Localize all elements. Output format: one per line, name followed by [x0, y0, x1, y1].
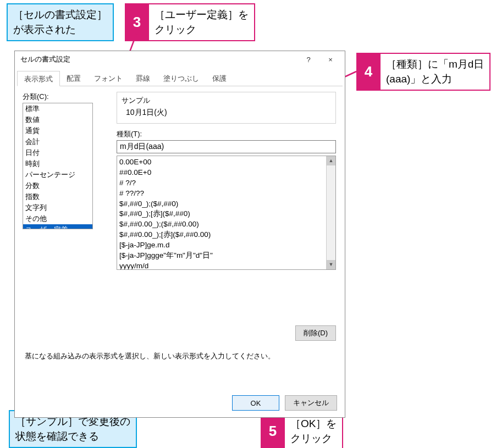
list-item[interactable]: [$-ja-JP]ge.m.d [119, 240, 333, 251]
tab-bar: 表示形式 配置 フォント 罫線 塗りつぶし 保護 [17, 71, 343, 86]
delete-button[interactable]: 削除(D) [295, 325, 336, 341]
list-item[interactable]: yyyy/m/d [119, 261, 333, 270]
list-item[interactable]: ##0.0E+0 [119, 168, 333, 178]
list-item[interactable]: $#,##0.00_);($#,##0.00) [119, 219, 333, 230]
help-button[interactable]: ? [297, 51, 319, 68]
list-item[interactable]: 会計 [23, 136, 92, 147]
list-item[interactable]: $#,##0.00_);[赤]($#,##0.00) [119, 230, 333, 240]
tab-protection[interactable]: 保護 [206, 71, 233, 86]
scroll-down-icon[interactable]: ▼ [327, 260, 335, 269]
list-item[interactable]: 通貨 [23, 125, 92, 136]
ok-button[interactable]: OK [232, 395, 279, 411]
tab-fill[interactable]: 塗りつぶし [157, 71, 206, 86]
dialog-title: セルの書式設定 [18, 54, 297, 64]
list-item[interactable]: 日付 [23, 147, 92, 158]
hint-text: 基になる組み込みの表示形式を選択し、新しい表示形式を入力してください。 [25, 351, 275, 361]
list-item[interactable]: 指数 [23, 191, 92, 202]
type-input[interactable] [117, 140, 336, 153]
list-item[interactable]: 時刻 [23, 158, 92, 169]
sample-label: サンプル [122, 96, 331, 106]
list-item-user-defined[interactable]: ユーザー定義 [23, 224, 92, 229]
titlebar: セルの書式設定 ? × [15, 51, 345, 68]
callout-step-4: ［種類］に「m月d日 (aaa)」と入力 [381, 53, 491, 91]
list-item[interactable]: 文字列 [23, 202, 92, 213]
list-item[interactable]: 0.00E+00 [119, 157, 333, 168]
callout-info-dialog-shown: ［セルの書式設定］ が表示された [7, 3, 114, 41]
tab-number-format[interactable]: 表示形式 [17, 71, 60, 86]
list-item[interactable]: 標準 [23, 103, 92, 114]
type-label: 種類(T): [117, 129, 336, 139]
step-number-3: 3 [125, 3, 149, 41]
scrollbar[interactable]: ▲ ▼ [326, 156, 335, 269]
list-item[interactable]: 分数 [23, 180, 92, 191]
close-button[interactable]: × [319, 51, 341, 68]
sample-box: サンプル 10月1日(火) [117, 92, 336, 124]
category-list[interactable]: 標準 数値 通貨 会計 日付 時刻 パーセンテージ 分数 指数 文字列 その他 … [23, 103, 93, 229]
cancel-button[interactable]: キャンセル [285, 395, 337, 411]
list-item[interactable]: $#,##0_);($#,##0) [119, 199, 333, 209]
list-item[interactable]: 数値 [23, 114, 92, 125]
tab-border[interactable]: 罫線 [129, 71, 157, 86]
list-item[interactable]: $#,##0_);[赤]($#,##0) [119, 209, 333, 219]
list-item[interactable]: [$-ja-JP]ggge"年"m"月"d"日" [119, 251, 333, 261]
format-list[interactable]: 0.00E+00 ##0.0E+0 # ?/? # ??/?? $#,##0_)… [117, 156, 336, 270]
sample-value: 10月1日(火) [122, 108, 331, 118]
list-item[interactable]: パーセンテージ [23, 169, 92, 180]
step-number-4: 4 [356, 53, 381, 91]
list-item[interactable]: # ??/?? [119, 189, 333, 199]
callout-step-3: ［ユーザー定義］を クリック [149, 3, 255, 41]
scroll-up-icon[interactable]: ▲ [327, 156, 335, 165]
tab-alignment[interactable]: 配置 [60, 71, 87, 86]
list-item[interactable]: その他 [23, 213, 92, 224]
tab-font[interactable]: フォント [87, 71, 129, 86]
list-item[interactable]: # ?/? [119, 178, 333, 189]
format-cells-dialog: セルの書式設定 ? × 表示形式 配置 フォント 罫線 塗りつぶし 保護 分類(… [14, 51, 345, 418]
